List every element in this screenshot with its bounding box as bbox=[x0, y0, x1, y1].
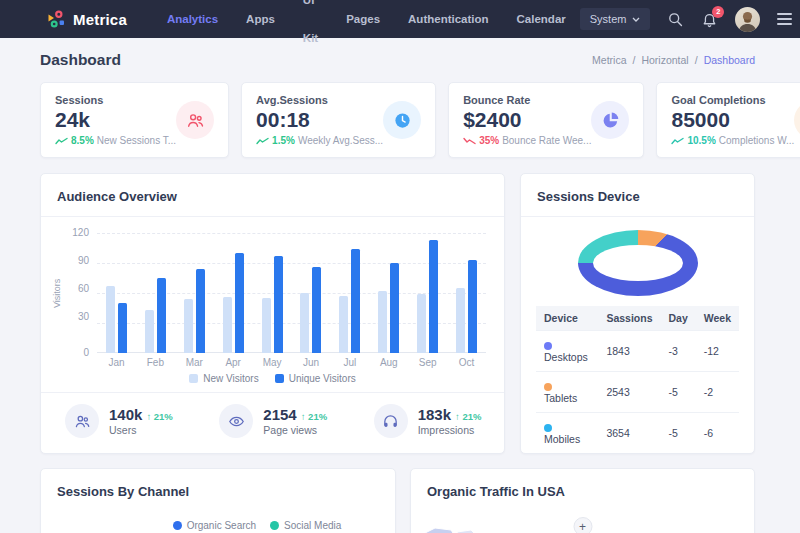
trend-up-icon bbox=[256, 137, 269, 145]
bar-new-visitors bbox=[184, 299, 193, 353]
nav-item-analytics[interactable]: Analytics bbox=[153, 0, 232, 38]
x-tick-label: Apr bbox=[214, 357, 253, 368]
x-tick-label: Sep bbox=[408, 357, 447, 368]
stat-card-value: 24k bbox=[55, 108, 176, 132]
nav-item-calendar[interactable]: Calendar bbox=[503, 0, 580, 38]
nav-item-apps[interactable]: Apps bbox=[232, 0, 289, 38]
stat-card-bounce-rate: Bounce Rate$240035%Bounce Rate Wee... bbox=[448, 82, 644, 158]
bar-group-jan bbox=[97, 233, 136, 353]
map-zoom-in-button[interactable]: + bbox=[573, 517, 592, 533]
trend-up-icon bbox=[671, 137, 684, 145]
stat-card-trend-pct: 10.5% bbox=[687, 135, 715, 146]
x-tick-label: Jul bbox=[330, 357, 369, 368]
nav-item-pages[interactable]: Pages bbox=[332, 0, 394, 38]
x-tick-label: Aug bbox=[369, 357, 408, 368]
device-table-body: Desktops1843-3-12Tablets2543-5-2Mobiles3… bbox=[536, 331, 739, 454]
legend-item-unique-visitors[interactable]: Unique Visitors bbox=[275, 373, 356, 384]
audience-stat-users: 140k↑ 21%Users bbox=[41, 393, 195, 449]
trend-up-icon bbox=[55, 137, 68, 145]
day-cell: -3 bbox=[660, 331, 695, 372]
y-axis-label: Visitors bbox=[51, 233, 63, 353]
stat-card-trend-pct: 1.5% bbox=[272, 135, 295, 146]
audience-stat-text: 2154↑ 21%Page views bbox=[263, 406, 327, 436]
y-tick-label: 90 bbox=[63, 257, 89, 265]
system-dropdown[interactable]: System bbox=[580, 8, 651, 30]
nav-item-authentication[interactable]: Authentication bbox=[394, 0, 503, 38]
legend-label: Social Media bbox=[284, 520, 341, 531]
stat-card-body: Goal Completions8500010.5%Completions W.… bbox=[671, 94, 794, 146]
y-tick-label: 60 bbox=[63, 285, 89, 293]
menu-toggle-icon[interactable] bbox=[777, 13, 792, 25]
eye-icon bbox=[219, 404, 253, 438]
audience-bar-chart: Visitors 1209060300 bbox=[41, 217, 504, 353]
stat-card-body: Sessions24k8.5%New Sessions T... bbox=[55, 94, 176, 146]
stat-card-goal-completions: Goal Completions8500010.5%Completions W.… bbox=[656, 82, 800, 158]
table-row-desktops: Desktops1843-3-12 bbox=[536, 331, 739, 372]
channel-chart-legend: Organic SearchSocial Media bbox=[119, 520, 395, 531]
breadcrumb-item-metrica[interactable]: Metrica bbox=[592, 54, 626, 66]
day-cell: -5 bbox=[660, 372, 695, 413]
bar-plot-area bbox=[97, 233, 486, 353]
audience-stat-page-views: 2154↑ 21%Page views bbox=[195, 393, 349, 449]
legend-swatch bbox=[173, 521, 182, 530]
audience-stat-delta: ↑ 21% bbox=[146, 411, 172, 422]
legend-swatch bbox=[270, 521, 279, 530]
organic-traffic-title: Organic Traffic In USA bbox=[427, 484, 565, 499]
device-dot bbox=[544, 383, 552, 391]
breadcrumb-separator: / bbox=[633, 54, 636, 66]
audience-stat-label: Impressions bbox=[418, 424, 482, 436]
stat-card-label: Bounce Rate bbox=[463, 94, 591, 106]
breadcrumb: Metrica/Horizontal/Dashboard bbox=[592, 54, 755, 66]
audience-overview-card: Audience Overview Visitors 1209060300 Ja… bbox=[40, 173, 505, 454]
table-row-tablets: Tablets2543-5-2 bbox=[536, 372, 739, 413]
stat-card-trend-pct: 8.5% bbox=[71, 135, 94, 146]
page-content: Dashboard Metrica/Horizontal/Dashboard S… bbox=[0, 38, 800, 533]
search-icon[interactable] bbox=[667, 11, 684, 28]
breadcrumb-item-horizontal[interactable]: Horizontal bbox=[641, 54, 688, 66]
trend-down-icon bbox=[463, 137, 476, 145]
legend-item-social-media[interactable]: Social Media bbox=[270, 520, 341, 531]
audience-stat-text: 183k↑ 21%Impressions bbox=[418, 406, 482, 436]
legend-label: Unique Visitors bbox=[289, 373, 356, 384]
page-title: Dashboard bbox=[40, 51, 121, 69]
stat-card-trend: 8.5%New Sessions T... bbox=[55, 135, 176, 146]
navbar: Metrica AnalyticsAppsUI KitPagesAuthenti… bbox=[0, 0, 800, 38]
sessions-device-donut-chart bbox=[578, 230, 698, 296]
stat-card-value: 00:18 bbox=[256, 108, 383, 132]
organic-traffic-card: Organic Traffic In USA + bbox=[410, 468, 755, 533]
notifications-button[interactable]: 2 bbox=[701, 11, 718, 28]
device-name-cell: Mobiles bbox=[536, 413, 598, 454]
brand-name: Metrica bbox=[73, 11, 127, 28]
y-tick-label: 30 bbox=[63, 313, 89, 321]
brand-logo[interactable]: Metrica bbox=[46, 9, 127, 29]
legend-item-organic-search[interactable]: Organic Search bbox=[173, 520, 256, 531]
week-cell: -12 bbox=[696, 331, 739, 372]
breadcrumb-item-dashboard: Dashboard bbox=[704, 54, 755, 66]
x-tick-label: Jun bbox=[292, 357, 331, 368]
stat-card-avg-sessions: Avg.Sessions00:181.5%Weekly Avg.Sess... bbox=[241, 82, 436, 158]
device-table-header: DeviceSassionsDayWeek bbox=[536, 306, 739, 331]
stat-card-trend-pct: 35% bbox=[479, 135, 499, 146]
legend-label: New Visitors bbox=[203, 373, 258, 384]
stat-card-trend: 35%Bounce Rate Wee... bbox=[463, 135, 591, 146]
stat-card-sessions: Sessions24k8.5%New Sessions T... bbox=[40, 82, 229, 158]
bar-unique-visitors bbox=[274, 256, 283, 353]
users-icon bbox=[176, 101, 214, 139]
legend-item-new-visitors[interactable]: New Visitors bbox=[189, 373, 258, 384]
user-avatar[interactable] bbox=[735, 7, 760, 32]
bar-unique-visitors bbox=[118, 303, 127, 353]
bar-group-jun bbox=[292, 233, 331, 353]
nav-item-ui-kit[interactable]: UI Kit bbox=[289, 0, 332, 57]
stat-card-trend: 1.5%Weekly Avg.Sess... bbox=[256, 135, 383, 146]
device-table-header-device: Device bbox=[536, 306, 598, 331]
metrica-logo-icon bbox=[46, 9, 66, 29]
chevron-down-icon bbox=[632, 17, 640, 22]
bar-group-mar bbox=[175, 233, 214, 353]
audience-stat-delta: ↑ 21% bbox=[301, 411, 327, 422]
nav-menu: AnalyticsAppsUI KitPagesAuthenticationCa… bbox=[153, 0, 580, 57]
bar-unique-visitors bbox=[468, 260, 477, 353]
x-tick-label: Jan bbox=[97, 357, 136, 368]
bar-group-sep bbox=[408, 233, 447, 353]
briefcase-icon bbox=[794, 101, 800, 139]
clock-icon bbox=[383, 101, 421, 139]
